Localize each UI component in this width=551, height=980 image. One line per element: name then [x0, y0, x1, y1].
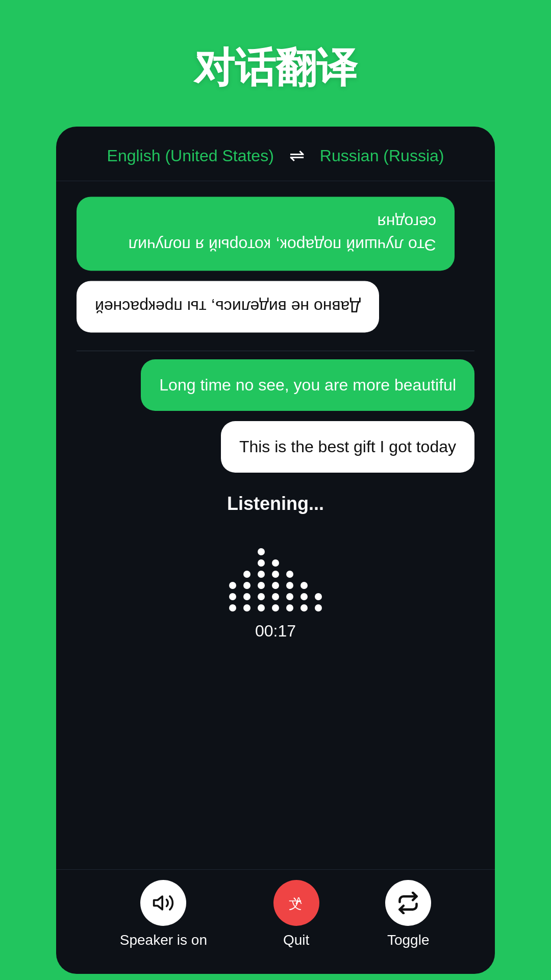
wave-col-6	[300, 582, 308, 611]
main-card: English (United States) ⇌ Russian (Russi…	[56, 127, 495, 974]
wave-col-2	[243, 571, 251, 611]
language-header: English (United States) ⇌ Russian (Russi…	[56, 127, 495, 181]
listening-label: Listening...	[227, 493, 324, 514]
waveform	[229, 530, 322, 611]
dot	[229, 604, 236, 611]
speaker-label: Speaker is on	[120, 932, 207, 948]
dot	[315, 593, 322, 600]
dot	[286, 604, 293, 611]
speaker-button[interactable]	[140, 880, 186, 926]
dot	[229, 582, 236, 589]
dot	[286, 593, 293, 600]
dot	[229, 593, 236, 600]
wave-col-1	[229, 582, 236, 611]
section-divider	[77, 351, 474, 351]
translate-icon: 文 A	[285, 892, 308, 914]
swap-icon[interactable]: ⇌	[289, 145, 305, 166]
dot	[272, 593, 279, 600]
wave-col-3	[258, 548, 265, 611]
svg-text:A: A	[295, 895, 302, 906]
normal-bubble-2: This is the best gift I got today	[221, 421, 474, 473]
dot	[243, 582, 251, 589]
lang-right[interactable]: Russian (Russia)	[320, 146, 444, 165]
flipped-bubble-2: Давно не виделись, ты прекрасней	[77, 281, 379, 333]
svg-marker-0	[154, 896, 163, 910]
wave-col-5	[286, 571, 293, 611]
dot	[243, 604, 251, 611]
dot	[286, 582, 293, 589]
conversation-area: Давно не виделись, ты прекрасней Это луч…	[56, 181, 495, 869]
normal-section: Long time no see, you are more beautiful…	[77, 359, 474, 473]
toggle-control: Toggle	[385, 880, 431, 948]
dot	[243, 571, 251, 578]
quit-label: Quit	[283, 932, 309, 948]
listening-area: Listening...	[77, 488, 474, 666]
dot	[258, 604, 265, 611]
quit-control: 文 A Quit	[273, 880, 319, 948]
toggle-button[interactable]	[385, 880, 431, 926]
app-title: 对话翻译	[194, 41, 357, 96]
wave-col-7	[315, 593, 322, 611]
quit-button[interactable]: 文 A	[273, 880, 319, 926]
dot	[243, 593, 251, 600]
speaker-icon	[152, 892, 174, 914]
flipped-section: Давно не виделись, ты прекрасней Это луч…	[77, 197, 474, 332]
timer: 00:17	[255, 622, 296, 641]
dot	[272, 571, 279, 578]
speaker-control: Speaker is on	[120, 880, 207, 948]
dot	[258, 559, 265, 567]
dot	[272, 604, 279, 611]
dot	[258, 593, 265, 600]
dot	[272, 559, 279, 567]
dot	[300, 604, 308, 611]
dot	[258, 571, 265, 578]
bottom-controls: Speaker is on 文 A Quit Toggl	[56, 869, 495, 974]
flipped-bubble-1: Это лучший подарок, который я получил се…	[77, 197, 455, 271]
dot	[258, 582, 265, 589]
dot	[315, 604, 322, 611]
dot	[258, 548, 265, 555]
toggle-icon	[397, 892, 419, 914]
dot	[300, 593, 308, 600]
lang-left[interactable]: English (United States)	[107, 146, 274, 165]
normal-bubble-1: Long time no see, you are more beautiful	[141, 359, 474, 411]
dot	[272, 582, 279, 589]
toggle-label: Toggle	[387, 932, 430, 948]
wave-col-4	[272, 559, 279, 611]
dot	[300, 582, 308, 589]
dot	[286, 571, 293, 578]
